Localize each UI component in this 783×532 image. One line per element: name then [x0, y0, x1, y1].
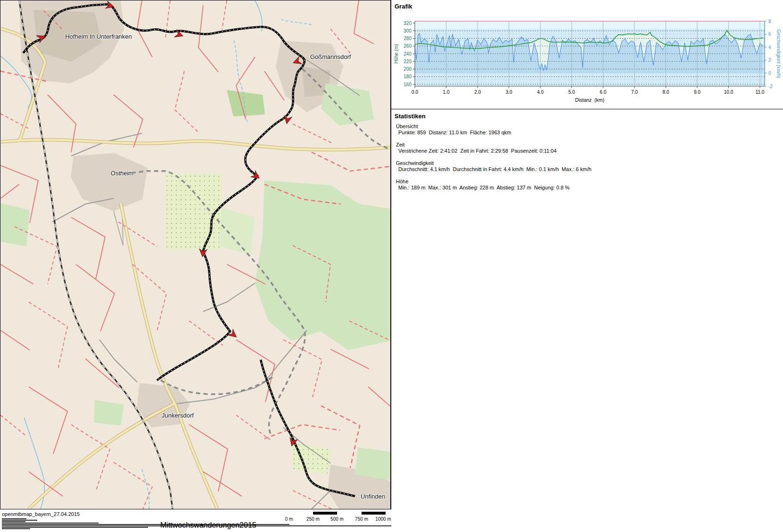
scale-label: 250 m: [306, 516, 320, 522]
town-label: Junkersdorf: [162, 412, 194, 419]
svg-text:4: 4: [768, 45, 771, 50]
scale-label: 0 m: [285, 516, 293, 522]
svg-text:5.0: 5.0: [569, 90, 575, 95]
copyright-microtext-line: [2, 520, 37, 521]
statistics-block: Übersicht Punkte: 859 Distanz: 11.0 km F…: [396, 123, 592, 197]
stat-heading: Übersicht: [396, 123, 592, 130]
svg-text:3.0: 3.0: [506, 90, 512, 95]
svg-text:240: 240: [404, 51, 412, 57]
town-label: Hofheim In Unterfranken: [65, 33, 132, 40]
svg-text:Geschwindigkeit (km/h): Geschwindigkeit (km/h): [776, 29, 781, 78]
svg-text:-2: -2: [768, 84, 773, 89]
copyright-microtext-line: [2, 523, 99, 524]
stat-values: Durchschnitt: 4.1 km/h Durchschnitt in F…: [396, 166, 592, 172]
svg-text:6.0: 6.0: [600, 90, 606, 95]
scale-label: 750 m: [355, 516, 368, 522]
gps-track-application: { "map": { "town_labels": [ {"name": "Ho…: [0, 0, 783, 532]
svg-text:0: 0: [768, 71, 771, 76]
map-artwork: [0, 0, 391, 509]
stat-section-hoehe: Höhe Min.: 189 m Max.: 301 m Anstieg: 22…: [396, 179, 592, 191]
town-label: Ostheim: [111, 170, 133, 177]
svg-text:Höhe (m): Höhe (m): [394, 44, 399, 64]
scale-label: 1000 m: [375, 516, 391, 522]
town-label: Goßmannsdorf: [310, 53, 351, 60]
svg-text:280: 280: [404, 36, 412, 41]
svg-text:9.0: 9.0: [694, 90, 701, 95]
statistiken-section-title: Statistiken: [395, 113, 426, 120]
svg-text:300: 300: [404, 28, 412, 33]
svg-text:260: 260: [404, 43, 412, 49]
stat-heading: Höhe: [396, 179, 592, 185]
copyright-microtext-line: [2, 527, 148, 528]
svg-text:2: 2: [768, 57, 771, 63]
map-scale-bar: 0 m 250 m 500 m 750 m 1000 m: [277, 512, 400, 524]
copyright-microtext-line: [2, 521, 25, 522]
stat-section-geschwindigkeit: Geschwindigkeit Durchschnitt: 4.1 km/h D…: [396, 160, 592, 172]
svg-text:200: 200: [404, 66, 412, 72]
scale-bar-segment: [362, 512, 386, 515]
svg-text:10.0: 10.0: [724, 90, 734, 95]
map-canvas[interactable]: Hofheim In UnterfrankenGoßmannsdorfOsthe…: [0, 0, 391, 509]
svg-text:220: 220: [404, 59, 412, 64]
copyright-microtext-line: [2, 518, 26, 519]
svg-text:180: 180: [404, 74, 412, 79]
stat-section-zeit: Zeit Verstrichene Zeit: 2:41:02 Zeit in …: [396, 142, 592, 154]
stat-section-uebersicht: Übersicht Punkte: 859 Distanz: 11.0 km F…: [396, 123, 592, 136]
svg-text:1.0: 1.0: [443, 90, 450, 95]
svg-text:0.0: 0.0: [412, 90, 418, 95]
svg-text:8.0: 8.0: [662, 90, 669, 95]
svg-text:2.0: 2.0: [474, 90, 481, 95]
section-divider: [391, 109, 783, 109]
document-title: Mittwochswanderungen2015: [160, 521, 256, 530]
map-source-credit: openmtbmap_bayern_27.04.2015: [2, 511, 80, 517]
svg-text:6: 6: [768, 32, 771, 37]
town-label: Unfinden: [361, 493, 385, 500]
analysis-panel: Grafik 160180200220240260280300320-20246…: [391, 0, 783, 532]
svg-text:160: 160: [404, 82, 412, 87]
svg-text:7.0: 7.0: [631, 90, 638, 95]
svg-text:11.0: 11.0: [756, 90, 765, 95]
stat-values: Min.: 189 m Max.: 301 m Anstieg: 228 m A…: [396, 185, 592, 191]
stat-heading: Zeit: [396, 142, 592, 148]
stat-heading: Geschwindigkeit: [396, 160, 592, 166]
svg-text:Distanz (km): Distanz (km): [575, 97, 604, 103]
scale-bar-segment: [313, 512, 337, 515]
svg-text:320: 320: [404, 21, 412, 26]
elevation-speed-chart[interactable]: 160180200220240260280300320-2024680.01.0…: [391, 0, 783, 109]
svg-text:4.0: 4.0: [537, 90, 544, 95]
stat-values: Verstrichene Zeit: 2:41:02 Zeit in Fahrt…: [396, 148, 592, 154]
scale-label: 500 m: [330, 516, 344, 522]
stat-values: Punkte: 859 Distanz: 11.0 km Fläche: 196…: [396, 130, 592, 136]
svg-text:8: 8: [768, 19, 771, 24]
copyright-microtext-line: [2, 528, 30, 529]
